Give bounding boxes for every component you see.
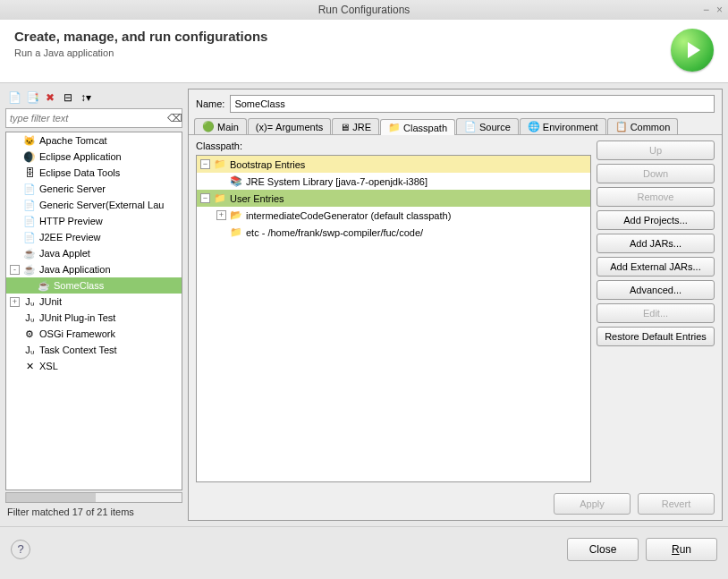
tree-item-j2ee-preview[interactable]: 📄J2EE Preview bbox=[6, 229, 182, 245]
name-input[interactable] bbox=[230, 95, 715, 113]
classpath-buttons: UpDownRemoveAdd Projects...Add JARs...Ad… bbox=[597, 140, 715, 482]
tree-item-label: Java Application bbox=[39, 264, 111, 275]
tree-item-generic-server[interactable]: 📄Generic Server bbox=[6, 181, 182, 197]
window-titlebar: Run Configurations − × bbox=[0, 0, 728, 20]
tree-item-junit[interactable]: +JᵤJUnit bbox=[6, 294, 182, 310]
expand-icon[interactable]: + bbox=[10, 297, 20, 307]
folder-icon: 📁 bbox=[229, 226, 243, 238]
expand-icon bbox=[10, 168, 20, 178]
bootstrap-child[interactable]: 📚 JRE System Library [java-7-openjdk-i38… bbox=[197, 173, 590, 190]
tree-item-label: OSGi Framework bbox=[39, 328, 115, 339]
expand-icon bbox=[10, 217, 20, 226]
config-toolbar: 📄 📑 ✖ ⊟ ↕▾ bbox=[5, 89, 182, 108]
tab-common[interactable]: 📋Common bbox=[607, 118, 679, 134]
tree-item-label: Apache Tomcat bbox=[39, 135, 107, 146]
folder-icon: 📁 bbox=[213, 192, 227, 204]
collapse-all-icon[interactable]: ⊟ bbox=[61, 90, 75, 105]
down-button[interactable]: Down bbox=[597, 164, 715, 183]
tree-item-osgi-framework[interactable]: ⚙OSGi Framework bbox=[6, 326, 182, 342]
run-orb-icon bbox=[671, 29, 714, 72]
tree-item-task-context-test[interactable]: JᵤTask Context Test bbox=[6, 342, 182, 358]
tab-icon: 🌐 bbox=[528, 121, 540, 132]
tab-classpath[interactable]: 📁Classpath bbox=[380, 119, 455, 135]
config-type-icon: 🗄 bbox=[22, 167, 37, 178]
close-button[interactable]: Close bbox=[567, 538, 639, 561]
user-child-0[interactable]: +📂 intermediateCodeGenerator (default cl… bbox=[197, 207, 590, 224]
edit--button[interactable]: Edit... bbox=[597, 303, 715, 323]
tree-item-apache-tomcat[interactable]: 🐱Apache Tomcat bbox=[6, 132, 182, 149]
config-type-icon: Jᵤ bbox=[22, 296, 37, 308]
config-type-icon: Jᵤ bbox=[22, 312, 37, 324]
tree-item-label: Task Context Test bbox=[39, 345, 117, 355]
config-type-icon: 📄 bbox=[22, 216, 37, 227]
tab-source[interactable]: 📄Source bbox=[456, 118, 519, 134]
bootstrap-entries[interactable]: −📁 Bootstrap Entries bbox=[197, 156, 590, 173]
user-child-1[interactable]: 📁 etc - /home/frank/swp-compiler/fuc/cod… bbox=[197, 224, 590, 241]
config-type-icon: 🌒 bbox=[22, 151, 37, 163]
tree-item-label: JUnit bbox=[39, 296, 62, 307]
tree-item-http-preview[interactable]: 📄HTTP Preview bbox=[6, 213, 182, 229]
header-title: Create, manage, and run configurations bbox=[14, 29, 671, 44]
config-type-icon: ☕ bbox=[22, 264, 37, 276]
add-jars--button[interactable]: Add JARs... bbox=[597, 234, 715, 253]
classpath-label: Classpath: bbox=[196, 140, 591, 151]
advanced--button[interactable]: Advanced... bbox=[597, 280, 715, 300]
tab-arguments[interactable]: (x)=Arguments bbox=[248, 118, 331, 134]
filter-status: Filter matched 17 of 21 items bbox=[5, 503, 182, 521]
tab-icon: (x)= bbox=[256, 122, 273, 132]
tab-icon: 🟢 bbox=[202, 121, 215, 132]
folder-icon: 📁 bbox=[213, 158, 227, 170]
tree-item-junit-plug-in-test[interactable]: JᵤJUnit Plug-in Test bbox=[6, 310, 182, 326]
run-button[interactable]: Run bbox=[646, 538, 717, 561]
tree-item-java-application[interactable]: -☕Java Application bbox=[6, 261, 182, 277]
config-type-icon: 📄 bbox=[22, 232, 37, 243]
tree-item-label: J2EE Preview bbox=[39, 232, 100, 243]
help-icon[interactable]: ? bbox=[11, 540, 30, 559]
restore-default-entries-button[interactable]: Restore Default Entries bbox=[597, 327, 715, 346]
filter-box[interactable]: ⌫ bbox=[5, 108, 182, 128]
classpath-tree[interactable]: −📁 Bootstrap Entries 📚 JRE System Librar… bbox=[196, 155, 591, 482]
expand-icon bbox=[10, 184, 20, 194]
delete-config-icon[interactable]: ✖ bbox=[43, 90, 57, 105]
revert-button[interactable]: Revert bbox=[638, 493, 715, 515]
tree-item-generic-server-external-lau[interactable]: 📄Generic Server(External Lau bbox=[6, 197, 182, 213]
add-projects--button[interactable]: Add Projects... bbox=[597, 210, 715, 230]
user-entries[interactable]: −📁 User Entries bbox=[197, 190, 590, 207]
expand-icon bbox=[10, 249, 20, 259]
tab-main[interactable]: 🟢Main bbox=[194, 118, 247, 134]
tree-item-xsl[interactable]: ✕XSL bbox=[6, 358, 182, 374]
left-panel: 📄 📑 ✖ ⊟ ↕▾ ⌫ 🐱Apache Tomcat🌒Eclipse Appl… bbox=[5, 89, 182, 521]
horizontal-scrollbar[interactable] bbox=[5, 492, 182, 503]
expand-icon bbox=[10, 362, 20, 371]
expand-icon bbox=[10, 233, 20, 243]
tree-item-someclass[interactable]: ☕SomeClass bbox=[6, 277, 182, 294]
clear-filter-icon[interactable]: ⌫ bbox=[167, 111, 182, 125]
tab-jre[interactable]: 🖥JRE bbox=[332, 118, 379, 134]
expand-icon bbox=[10, 136, 20, 146]
minimize-icon[interactable]: − bbox=[703, 4, 709, 16]
config-tree[interactable]: 🐱Apache Tomcat🌒Eclipse Application🗄Eclip… bbox=[5, 132, 182, 490]
tab-environment[interactable]: 🌐Environment bbox=[520, 118, 606, 134]
config-type-icon: ✕ bbox=[22, 361, 37, 372]
close-icon[interactable]: × bbox=[716, 4, 723, 16]
expand-icon bbox=[10, 152, 20, 162]
filter-menu-icon[interactable]: ↕▾ bbox=[79, 90, 93, 105]
filter-input[interactable] bbox=[6, 113, 167, 123]
duplicate-config-icon[interactable]: 📑 bbox=[25, 90, 39, 105]
expand-icon[interactable]: - bbox=[10, 265, 20, 275]
config-type-icon: ☕ bbox=[22, 248, 37, 260]
new-config-icon[interactable]: 📄 bbox=[7, 90, 21, 105]
up-button[interactable]: Up bbox=[597, 140, 715, 160]
tree-item-java-applet[interactable]: ☕Java Applet bbox=[6, 245, 182, 261]
tree-item-label: Java Applet bbox=[39, 248, 90, 259]
expand-icon bbox=[10, 313, 20, 323]
remove-button[interactable]: Remove bbox=[597, 187, 715, 207]
tree-item-label: Generic Server(External Lau bbox=[39, 200, 164, 210]
add-external-jars--button[interactable]: Add External JARs... bbox=[597, 257, 715, 277]
header-subtitle: Run a Java application bbox=[14, 47, 671, 58]
tree-item-eclipse-application[interactable]: 🌒Eclipse Application bbox=[6, 149, 182, 165]
tree-item-eclipse-data-tools[interactable]: 🗄Eclipse Data Tools bbox=[6, 165, 182, 181]
tab-icon: 📄 bbox=[464, 121, 477, 132]
apply-button[interactable]: Apply bbox=[554, 493, 631, 515]
tree-item-label: HTTP Preview bbox=[39, 216, 103, 226]
